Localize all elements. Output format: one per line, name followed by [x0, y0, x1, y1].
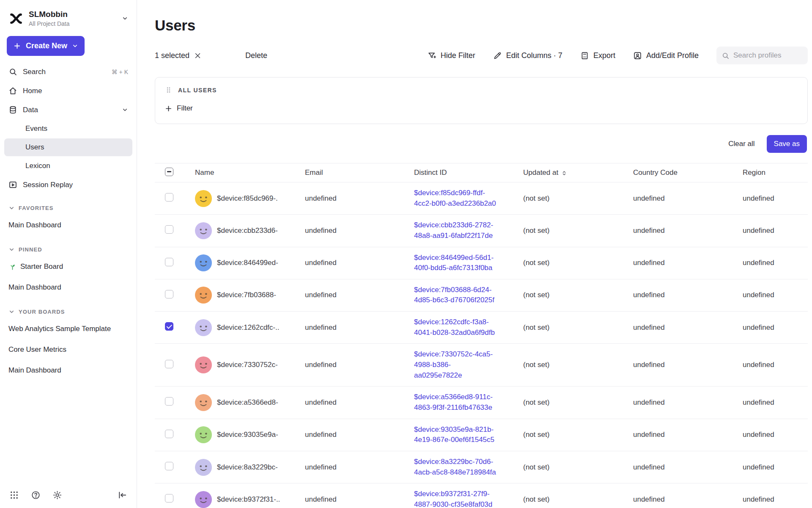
sidebar-item-main-dashboard[interactable]: Main Dashboard	[0, 277, 137, 298]
column-header-distinct-id[interactable]: Distinct ID	[414, 168, 523, 177]
drag-handle-icon[interactable]	[165, 86, 173, 94]
column-header-region[interactable]: Region	[743, 168, 808, 177]
session-replay-label: Session Replay	[23, 181, 73, 189]
sidebar-item-users[interactable]: Users	[4, 138, 132, 156]
sidebar-item-core-user-metrics[interactable]: Core User Metrics	[0, 339, 137, 360]
workspace-switcher[interactable]: SLMobbin All Project Data	[0, 0, 137, 33]
search-profiles-input[interactable]	[733, 51, 803, 60]
delete-button[interactable]: Delete	[245, 51, 267, 60]
chevron-down-icon	[8, 205, 15, 211]
sidebar-item-home[interactable]: Home	[4, 82, 132, 100]
distinct-id-link[interactable]: $device:8a3229bc-70d6-4acb-a5c8-848e7189…	[414, 457, 497, 478]
add-filter-button[interactable]: Filter	[165, 104, 193, 113]
row-checkbox[interactable]	[165, 290, 173, 298]
row-checkbox[interactable]	[165, 397, 173, 406]
sort-icon[interactable]	[561, 170, 567, 176]
add-filter-label: Filter	[177, 104, 193, 113]
country-cell: undefined	[633, 398, 743, 407]
column-header-country-code[interactable]: Country Code	[633, 168, 743, 177]
row-checkbox[interactable]	[165, 494, 173, 502]
region-cell: undefined	[743, 323, 808, 332]
distinct-id-link[interactable]: $device:7330752c-4ca5-4988-b386-aa0295e7…	[414, 349, 497, 381]
region-cell: undefined	[743, 495, 808, 504]
item-label: Main Dashboard	[8, 221, 61, 229]
save-as-button[interactable]: Save as	[767, 135, 807, 153]
user-name[interactable]: $device:a5366ed8-	[217, 398, 278, 407]
help-icon[interactable]	[31, 490, 41, 500]
user-name[interactable]: $device:8a3229bc-	[217, 463, 278, 472]
distinct-id-link[interactable]: $device:93035e9a-821b-4e19-867e-00ef6f15…	[414, 425, 497, 445]
clear-all-button[interactable]: Clear all	[728, 140, 754, 148]
apps-grid-icon[interactable]	[9, 490, 19, 500]
user-name[interactable]: $device:846499ed-	[217, 259, 278, 267]
collapse-sidebar-icon[interactable]	[118, 490, 127, 500]
sidebar-item-web-analytics-sample-template[interactable]: Web Analytics Sample Template	[0, 318, 137, 339]
add-edit-profile-button[interactable]: Add/Edit Profile	[633, 51, 699, 60]
users-table: Name Email Distinct ID Updated at Countr…	[155, 163, 808, 508]
select-all-checkbox[interactable]	[165, 168, 173, 176]
column-header-email[interactable]: Email	[305, 168, 414, 177]
section-pinned[interactable]: PINNED	[0, 246, 137, 253]
email-cell: undefined	[305, 194, 414, 203]
lexicon-label: Lexicon	[25, 162, 50, 170]
distinct-id-link[interactable]: $device:7fb03688-6d24-4d85-b6c3-d76706f2…	[414, 285, 497, 306]
user-name[interactable]: $device:1262cdfc-..	[217, 323, 279, 332]
distinct-id-link[interactable]: $device:a5366ed8-911c-4863-9f3f-2116fb47…	[414, 392, 497, 413]
distinct-id-link[interactable]: $device:f85dc969-ffdf-4cc2-b0f0-a3ed2236…	[414, 188, 497, 209]
table-row: $device:93035e9a- undefined $device:9303…	[155, 419, 808, 451]
row-checkbox[interactable]	[165, 430, 173, 438]
column-header-name[interactable]: Name	[195, 168, 305, 177]
sidebar-item-main-dashboard[interactable]: Main Dashboard	[0, 215, 137, 235]
user-name[interactable]: $device:f85dc969-.	[217, 194, 278, 203]
sidebar-item-search[interactable]: Search ⌘ + K	[4, 63, 132, 81]
edit-columns-button[interactable]: Edit Columns · 7	[493, 51, 562, 60]
user-name[interactable]: $device:93035e9a-	[217, 431, 278, 439]
sidebar-item-events[interactable]: Events	[4, 120, 132, 138]
hide-filter-button[interactable]: Hide Filter	[428, 51, 475, 60]
row-checkbox[interactable]	[165, 322, 173, 331]
app-logo-icon	[8, 11, 24, 26]
section-favorites[interactable]: FAVORITES	[0, 205, 137, 211]
create-new-button[interactable]: Create New	[7, 36, 85, 56]
chevron-down-icon	[8, 246, 15, 253]
sidebar-item-lexicon[interactable]: Lexicon	[4, 157, 132, 175]
row-checkbox[interactable]	[165, 462, 173, 470]
distinct-id-link[interactable]: $device:cbb233d6-2782-48a8-aa91-6fabf22f…	[414, 220, 497, 241]
events-label: Events	[25, 124, 47, 133]
updated-cell: (not set)	[523, 259, 633, 267]
country-cell: undefined	[633, 194, 743, 203]
updated-cell: (not set)	[523, 226, 633, 235]
user-name[interactable]: $device:7330752c-	[217, 361, 278, 369]
filter-icon	[428, 51, 436, 60]
distinct-id-link[interactable]: $device:b9372f31-27f9-4887-9030-cf35e8fa…	[414, 489, 497, 508]
sidebar-item-data[interactable]: Data	[4, 101, 132, 119]
distinct-id-link[interactable]: $device:846499ed-56d1-40f0-bdd5-a6fc7313…	[414, 253, 497, 273]
chevron-down-icon	[72, 43, 78, 49]
sidebar-item-starter-board[interactable]: Starter Board	[0, 256, 137, 277]
email-cell: undefined	[305, 463, 414, 472]
pencil-icon	[493, 51, 502, 60]
table-row: $device:1262cdfc-.. undefined $device:12…	[155, 312, 808, 344]
row-checkbox[interactable]	[165, 258, 173, 266]
table-row: $device:846499ed- undefined $device:8464…	[155, 247, 808, 279]
email-cell: undefined	[305, 361, 414, 369]
row-checkbox[interactable]	[165, 225, 173, 234]
filter-panel: ALL USERS Filter	[155, 77, 808, 124]
country-cell: undefined	[633, 259, 743, 267]
column-header-updated-at[interactable]: Updated at	[523, 168, 633, 177]
email-cell: undefined	[305, 323, 414, 332]
sidebar-item-main-dashboard[interactable]: Main Dashboard	[0, 360, 137, 381]
distinct-id-link[interactable]: $device:1262cdfc-f3a8-4041-b028-32ad0a6f…	[414, 317, 497, 338]
export-button[interactable]: csv Export	[580, 51, 615, 60]
user-name[interactable]: $device:cbb233d6-	[217, 226, 278, 235]
row-checkbox[interactable]	[165, 360, 173, 368]
user-name[interactable]: $device:7fb03688-	[217, 291, 276, 299]
gear-icon[interactable]	[52, 490, 62, 500]
updated-cell: (not set)	[523, 463, 633, 472]
filter-scope-label: ALL USERS	[178, 87, 217, 94]
clear-selection-icon[interactable]	[194, 52, 201, 59]
section-your-boards[interactable]: YOUR BOARDS	[0, 309, 137, 315]
row-checkbox[interactable]	[165, 193, 173, 202]
user-name[interactable]: $device:b9372f31-..	[217, 495, 280, 504]
sidebar-item-session-replay[interactable]: Session Replay	[4, 176, 132, 194]
